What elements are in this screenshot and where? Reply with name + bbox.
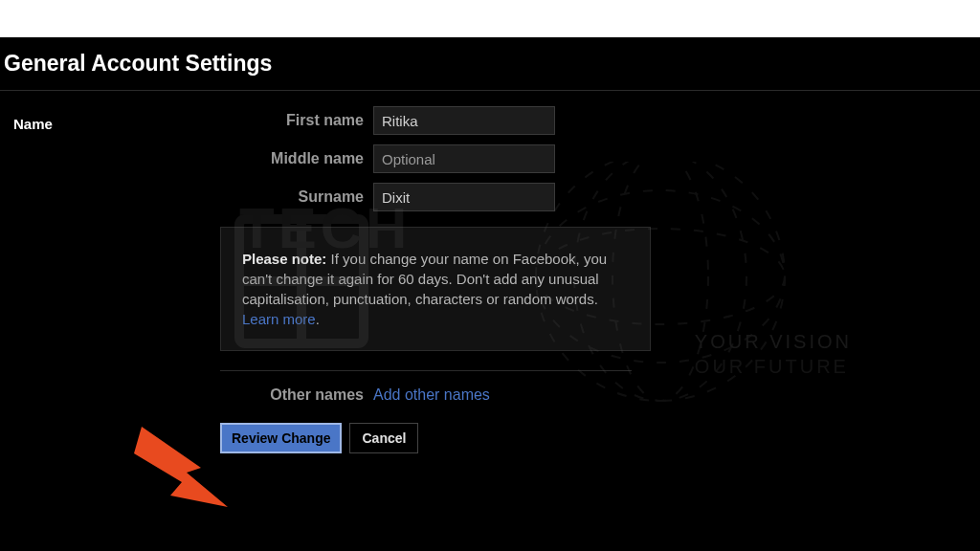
- note-period: .: [316, 311, 320, 327]
- form-column: First name Middle name Surname Please no…: [220, 102, 980, 453]
- review-change-button[interactable]: Review Change: [220, 423, 342, 453]
- middle-name-row: Middle name: [220, 144, 942, 173]
- first-name-label: First name: [220, 112, 373, 129]
- divider-mid: [220, 370, 632, 371]
- section-name-label: Name: [0, 102, 220, 453]
- cancel-button[interactable]: Cancel: [349, 423, 418, 453]
- surname-row: Surname: [220, 183, 942, 211]
- first-name-input[interactable]: [373, 106, 555, 135]
- note-heading: Please note:: [242, 251, 326, 267]
- other-names-row: Other names Add other names: [220, 386, 942, 404]
- note-box: Please note: If you change your name on …: [220, 227, 651, 351]
- surname-label: Surname: [220, 188, 373, 206]
- name-section-row: Name First name Middle name Surname Plea…: [0, 91, 980, 453]
- first-name-row: First name: [220, 106, 942, 135]
- page-title: General Account Settings: [0, 37, 980, 90]
- add-other-names-link[interactable]: Add other names: [373, 386, 490, 404]
- surname-input[interactable]: [373, 183, 555, 211]
- button-row: Review Change Cancel: [220, 423, 942, 453]
- learn-more-link[interactable]: Learn more: [242, 311, 316, 327]
- middle-name-label: Middle name: [220, 150, 373, 167]
- other-names-label: Other names: [220, 386, 373, 404]
- middle-name-input[interactable]: [373, 144, 555, 173]
